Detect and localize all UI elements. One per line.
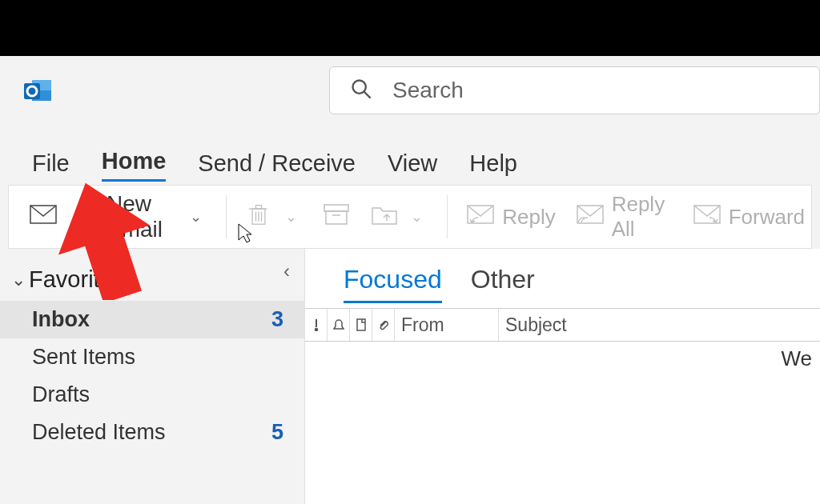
forward-icon xyxy=(693,203,721,231)
tab-help[interactable]: Help xyxy=(469,150,517,182)
nav-label: Deleted Items xyxy=(32,420,166,445)
tab-view[interactable]: View xyxy=(388,150,437,182)
svg-rect-13 xyxy=(324,205,348,211)
window-letterbox-top xyxy=(0,0,820,56)
nav-label: Sent Items xyxy=(32,345,135,370)
col-reminder-icon[interactable] xyxy=(328,309,350,341)
svg-rect-22 xyxy=(357,319,365,330)
column-headers: From Subject xyxy=(305,308,820,342)
chevron-down-icon: ⌄ xyxy=(11,270,26,290)
chevron-down-icon[interactable]: ⌄ xyxy=(280,208,302,226)
reply-all-icon xyxy=(577,203,604,231)
sidebar-item-sent[interactable]: Sent Items xyxy=(0,338,304,376)
outlook-logo-icon xyxy=(24,77,53,104)
message-row-snippet[interactable]: We xyxy=(305,342,820,371)
search-placeholder: Search xyxy=(392,78,464,103)
sidebar-item-inbox[interactable]: Inbox 3 xyxy=(0,301,304,338)
col-from[interactable]: From xyxy=(395,309,499,341)
envelope-icon xyxy=(30,203,57,231)
sidebar-item-deleted[interactable]: Deleted Items 5 xyxy=(0,414,304,451)
tab-focused[interactable]: Focused xyxy=(344,265,442,303)
col-subject[interactable]: Subject xyxy=(499,309,820,341)
col-importance-icon[interactable] xyxy=(305,309,328,341)
nav-label: Inbox xyxy=(32,307,90,332)
svg-point-21 xyxy=(315,329,317,331)
collapse-sidebar-icon[interactable]: ‹ xyxy=(283,260,290,282)
chevron-down-icon[interactable]: ⌄ xyxy=(406,208,428,226)
move-button[interactable]: ⌄ xyxy=(364,200,434,234)
ribbon-separator xyxy=(226,195,227,238)
favorites-header[interactable]: ⌄ Favorites xyxy=(0,260,304,301)
nav-count: 5 xyxy=(271,420,283,445)
sidebar: ‹ ⌄ Favorites Inbox 3 Sent Items Drafts … xyxy=(0,249,304,504)
ribbon-separator xyxy=(447,195,448,238)
folder-move-icon xyxy=(371,203,398,231)
col-attachment-icon[interactable] xyxy=(372,309,395,341)
col-itemtype-icon[interactable] xyxy=(350,309,372,341)
search-icon xyxy=(350,78,372,103)
forward-button[interactable]: Forward xyxy=(687,200,811,234)
mail-list-pane: Focused Other From Subject We xyxy=(304,249,820,504)
nav-label: Drafts xyxy=(32,382,90,407)
menu-tabs: File Home Send / Receive View Help xyxy=(0,124,820,182)
reply-label: Reply xyxy=(502,205,555,230)
svg-line-5 xyxy=(364,91,371,98)
mail-filter-tabs: Focused Other xyxy=(305,249,820,303)
new-email-button[interactable]: New Email ⌄ xyxy=(23,188,213,246)
reply-all-button[interactable]: Reply All xyxy=(570,189,679,245)
reply-button[interactable]: Reply xyxy=(460,200,561,234)
forward-label: Forward xyxy=(729,205,805,230)
reply-all-label: Reply All xyxy=(612,192,673,242)
reply-icon xyxy=(467,203,494,231)
tab-send-receive[interactable]: Send / Receive xyxy=(198,150,356,182)
tab-file[interactable]: File xyxy=(32,150,70,182)
search-box[interactable]: Search xyxy=(329,66,820,114)
nav-count: 3 xyxy=(271,307,283,332)
new-email-label: New Email xyxy=(107,191,177,242)
tab-other[interactable]: Other xyxy=(471,265,535,303)
chevron-down-icon[interactable]: ⌄ xyxy=(185,208,207,226)
archive-icon xyxy=(323,203,350,231)
archive-button[interactable] xyxy=(316,200,356,234)
trash-icon xyxy=(245,203,272,231)
delete-button[interactable]: ⌄ xyxy=(239,200,308,234)
tab-home[interactable]: Home xyxy=(102,148,167,182)
title-bar: Search xyxy=(0,56,820,124)
ribbon-toolbar: New Email ⌄ ⌄ ⌄ Reply Reply All xyxy=(8,185,812,249)
svg-rect-12 xyxy=(256,205,262,208)
sidebar-item-drafts[interactable]: Drafts xyxy=(0,376,304,414)
svg-rect-14 xyxy=(326,211,347,224)
favorites-label: Favorites xyxy=(29,266,124,293)
svg-point-4 xyxy=(353,80,366,93)
content-area: ‹ ⌄ Favorites Inbox 3 Sent Items Drafts … xyxy=(0,249,820,504)
